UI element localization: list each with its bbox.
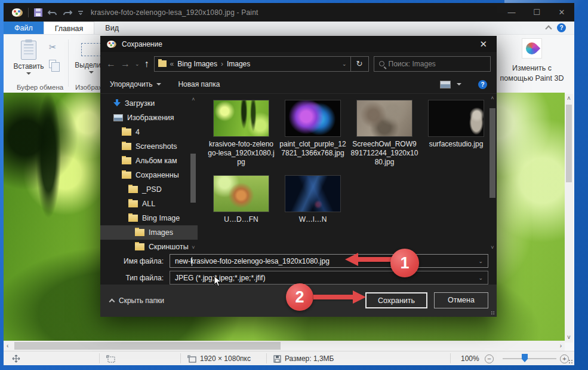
filelist-scrollbar-thumb[interactable] (490, 108, 495, 198)
folder-icon (128, 186, 138, 193)
breadcrumb-dropdown-icon[interactable]: ⌄ (342, 61, 347, 67)
hide-folders-button[interactable]: Скрыть папки (110, 296, 164, 305)
breadcrumb-root[interactable]: Bing Images (177, 60, 217, 68)
tree-item-folder[interactable]: ALL (100, 197, 198, 211)
search-placeholder: Поиск: Images (389, 60, 436, 68)
edit-with-paint3d-button[interactable]: Изменить с помощью Paint 3D (497, 38, 567, 84)
qat-dropdown-icon[interactable] (78, 10, 84, 16)
statusbar: 1920 × 1080пкс Размер: 1,3МБ 100% − + (4, 351, 574, 365)
tree-item-folder[interactable]: 4 (100, 125, 198, 139)
annotation-arrow-1-shaft (357, 257, 394, 262)
scroll-down-icon[interactable]: ˅ (567, 335, 571, 341)
dialog-help-icon[interactable]: ? (478, 80, 487, 89)
pictures-icon (113, 114, 123, 121)
tree-item-folder[interactable]: Сохраненны (100, 168, 198, 182)
file-thumbnail-owl-dark (428, 100, 484, 137)
cancel-button[interactable]: Отмена (434, 292, 488, 308)
ribbon-tabs: Файл Главная Вид ? (4, 22, 574, 35)
hide-folders-label: Скрыть папки (119, 296, 164, 305)
back-icon[interactable]: ← (106, 59, 116, 69)
close-button[interactable]: ✕ (549, 3, 574, 22)
new-folder-button[interactable]: Новая папка (178, 80, 220, 88)
tree-scrollbar-thumb[interactable] (190, 154, 196, 203)
tab-home[interactable]: Главная (44, 22, 95, 34)
copy-icon[interactable] (49, 60, 56, 68)
tree-item-folder-clipped[interactable]: Скриншоты (100, 240, 198, 250)
file-item[interactable]: krasivoe-foto-zelenogo-lesa_1920x1080.jp… (206, 100, 276, 167)
file-thumbnail-gray-bark (356, 100, 412, 137)
scroll-up-icon[interactable]: ˄ (489, 95, 496, 101)
annotation-arrow-2-head (353, 291, 366, 304)
chevron-down-icon (156, 83, 161, 85)
scroll-left-icon[interactable]: ‹ (7, 343, 8, 349)
tree-item-folder[interactable]: _PSD (100, 182, 198, 197)
paint3d-label: Изменить с помощью Paint 3D (500, 64, 564, 82)
collapse-ribbon-icon[interactable] (545, 25, 552, 32)
cut-icon[interactable]: ✂ (49, 42, 57, 53)
folder-icon (122, 157, 131, 164)
tree-item-downloads[interactable]: Загрузки (100, 96, 198, 111)
maximize-button[interactable]: ☐ (524, 3, 549, 22)
tree-item-folder[interactable]: Альбом кам (100, 154, 198, 168)
vertical-scrollbar-thumb[interactable] (566, 105, 572, 182)
history-chevron-icon[interactable]: ⌄ (135, 61, 140, 67)
zoom-in-button[interactable]: + (560, 354, 569, 363)
help-icon[interactable]: ? (557, 23, 566, 32)
refresh-icon[interactable]: ↻ (351, 56, 369, 72)
file-size-value: Размер: 1,3МБ (285, 354, 334, 363)
breadcrumb-current[interactable]: Images (227, 60, 250, 68)
zoom-out-button[interactable]: − (485, 354, 494, 363)
zoom-slider-track[interactable] (503, 358, 556, 359)
tree-item-folder[interactable]: Screenshots (100, 139, 198, 154)
scroll-down-icon[interactable]: ˅ (190, 244, 197, 250)
tree-scrollbar[interactable]: ˄ ˅ (190, 96, 196, 250)
zoom-slider-thumb[interactable] (522, 354, 528, 362)
undo-icon[interactable] (48, 8, 57, 17)
breadcrumb[interactable]: « Bing Images › Images ⌄ (154, 56, 351, 72)
horizontal-scrollbar[interactable]: ‹ › (4, 341, 565, 351)
forward-icon[interactable]: → (121, 59, 130, 69)
redo-icon[interactable] (63, 8, 72, 17)
search-input[interactable]: Поиск: Images (374, 56, 491, 72)
scroll-right-icon[interactable]: › (560, 343, 562, 349)
minimize-button[interactable]: — (499, 3, 524, 22)
breadcrumb-prefix[interactable]: « (170, 60, 174, 68)
file-item[interactable]: W…l…N (278, 175, 348, 224)
window-resize-grip[interactable] (568, 359, 573, 364)
file-name: U…D…FN (206, 215, 276, 224)
scroll-up-icon[interactable]: ˄ (567, 96, 571, 102)
tab-file[interactable]: Файл (4, 22, 44, 34)
paste-button[interactable]: Вставить (12, 39, 45, 85)
save-button[interactable]: Сохранить (365, 292, 427, 308)
filename-input[interactable]: new-krasivoe-foto-zelenogo-lesa_1920x108… (170, 254, 488, 268)
paste-label: Вставить (14, 62, 44, 71)
up-icon[interactable]: ↑ (144, 59, 149, 69)
organize-button[interactable]: Упорядочить (110, 80, 161, 88)
dialog-close-button[interactable]: ✕ (476, 39, 491, 50)
chevron-down-icon[interactable]: ⌄ (478, 275, 483, 281)
tree-item-folder[interactable]: Bing Image (100, 211, 198, 225)
horizontal-scrollbar-thumb[interactable] (14, 342, 281, 350)
tree-item-images-selected[interactable]: Images (100, 225, 198, 240)
tab-view[interactable]: Вид (94, 22, 130, 34)
selection-size-icon (106, 355, 115, 363)
file-item[interactable]: U…D…FN (206, 175, 276, 224)
vertical-scrollbar[interactable]: ˄ ˅ (565, 94, 573, 343)
file-thumbnail-purple-paint-cloud (285, 100, 341, 137)
view-mode-icon[interactable] (440, 81, 451, 88)
dialog-title: Сохранение (122, 40, 162, 48)
scroll-up-icon[interactable]: ˄ (190, 96, 197, 102)
tree-label: Скриншоты (149, 243, 189, 250)
chevron-down-icon[interactable]: ⌄ (478, 258, 483, 264)
filetype-label: Тип файла: (100, 274, 170, 282)
scroll-down-icon[interactable]: ˅ (489, 244, 496, 250)
tree-item-pictures[interactable]: Изображения (100, 111, 198, 125)
file-item[interactable]: surfacestudio.jpg (421, 100, 491, 167)
chevron-down-icon[interactable] (457, 83, 461, 85)
file-item[interactable]: paint_clot_purple_127821_1366x768.jpg (278, 100, 348, 167)
save-icon[interactable] (34, 8, 42, 17)
filelist-scrollbar[interactable]: ˄ ˅ (489, 95, 496, 250)
file-item[interactable]: ScreechOwl_ROW9891712244_1920x1080.jpg (349, 100, 420, 167)
paint-titlebar: krasivoe-foto-zelenogo-lesa_1920x1080.jp… (4, 3, 574, 22)
dialog-resize-grip[interactable] (491, 311, 495, 315)
